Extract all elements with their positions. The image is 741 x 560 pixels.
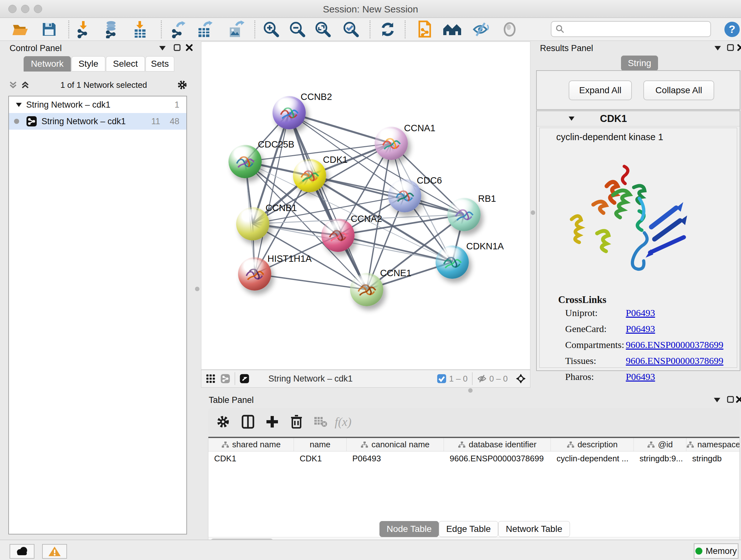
tree-expand-icon[interactable] [16,103,22,107]
close-panel-icon[interactable] [185,43,194,52]
help-button[interactable]: ? [722,20,741,39]
crosslink-value-link[interactable]: 9606.ENSP00000378699 [626,355,724,366]
protein-section-header[interactable]: CDK1 [537,111,740,126]
network-row-selected[interactable]: String Network – cdk1 11 48 [9,113,186,130]
collapse-panel-icon[interactable] [158,44,167,53]
collapse-panel-icon[interactable] [713,44,723,53]
section-expand-icon[interactable] [569,117,575,121]
table-cell[interactable]: stringdb:9... [634,451,686,465]
add-column-icon[interactable] [265,415,280,429]
column-header-canonical-name[interactable]: canonical name [347,438,444,451]
table-cell[interactable]: 9606.ENSP00000378699 [444,451,551,465]
network-collection-row[interactable]: String Network – cdk1 1 [9,97,186,113]
show-hidden-button[interactable] [499,20,520,39]
table-settings-gear-icon[interactable] [216,415,230,429]
network-view-canvas[interactable]: CCNB2CCNA1CDC25BCDK1CDC6RB1CCNB1CCNA2CDK… [201,42,530,370]
search-input[interactable] [565,24,702,34]
column-header-namespace[interactable]: namespace [686,438,740,451]
table-row[interactable]: CDK1CDK1P064939606.ENSP00000378699cyclin… [208,451,740,465]
warning-button[interactable] [42,544,67,559]
open-session-button[interactable] [10,20,30,39]
tab-network-table[interactable]: Network Table [498,521,570,537]
export-table-button[interactable] [195,20,215,39]
network-node-RB1[interactable] [448,198,481,231]
string-view-icon[interactable] [220,374,230,383]
column-header-name[interactable]: name [294,438,347,451]
float-panel-icon[interactable] [172,43,182,52]
float-panel-icon[interactable] [726,43,735,52]
crosslink-value-link[interactable]: P06493 [626,307,655,318]
network-node-HIST1H1A[interactable] [238,257,271,291]
export-network-button[interactable] [169,20,189,39]
table-cell[interactable]: CDK1 [208,451,294,465]
expand-all-button[interactable]: Expand All [569,80,632,100]
float-panel-icon[interactable] [726,395,735,404]
network-node-CCNE1[interactable] [350,273,383,306]
search-field[interactable] [551,21,711,37]
crosslink-value-link[interactable]: P06493 [626,371,655,382]
crosslink-value-link[interactable]: P06493 [626,323,655,334]
horizontal-splitter-handle[interactable] [468,388,473,393]
refresh-layout-button[interactable] [378,20,398,39]
column-header-database-identifier[interactable]: database identifier [444,438,551,451]
column-label: database identifier [469,440,536,449]
tab-select[interactable]: Select [106,56,145,71]
save-session-button[interactable] [39,20,59,39]
left-splitter-handle[interactable] [195,287,199,291]
close-panel-icon[interactable] [736,43,741,52]
table-cell[interactable]: cyclin-dependent ... [551,451,634,465]
crosslink-value-link[interactable]: 9606.ENSP00000378699 [626,339,724,350]
network-node-CCNA2[interactable] [321,219,354,252]
new-network-document-button[interactable] [414,20,434,39]
selected-checkbox-icon[interactable] [437,374,447,383]
network-node-CCNA1[interactable] [375,127,408,160]
cloud-button[interactable] [10,544,35,559]
edge-CCNA2-CDKN1A[interactable] [338,235,452,262]
zoom-in-button[interactable] [261,20,281,39]
collapse-all-button[interactable]: Collapse All [643,80,714,100]
tab-node-table[interactable]: Node Table [380,521,439,537]
tab-sets[interactable]: Sets [145,56,174,71]
network-node-CDKN1A[interactable] [435,246,469,279]
birdseye-view-icon[interactable] [240,374,249,383]
network-options-gear-icon[interactable] [178,80,187,90]
zoom-selected-button[interactable] [341,20,361,39]
collapse-panel-icon[interactable] [712,395,722,405]
hide-selected-button[interactable] [471,20,491,39]
right-splitter-handle[interactable] [531,210,535,215]
table-cell[interactable]: P06493 [347,451,444,465]
tab-string[interactable]: String [621,56,658,71]
zoom-fit-button[interactable] [313,20,333,39]
memory-button[interactable]: Memory [694,543,738,559]
zoom-out-button[interactable] [287,20,308,39]
import-network-file-button[interactable] [74,20,94,39]
import-table-button[interactable] [130,20,151,39]
delete-column-icon[interactable] [289,415,304,429]
column-label: shared name [232,440,281,449]
column-header--id[interactable]: @id [634,438,686,451]
network-node-CDC6[interactable] [388,179,421,212]
column-header-description[interactable]: description [551,438,634,451]
hidden-counts: 0 – 0 [489,374,508,384]
close-panel-icon[interactable] [735,395,741,404]
export-image-button[interactable] [226,20,247,39]
edge-CCNB2-HIST1H1A[interactable] [255,113,289,274]
table-cell[interactable]: CDK1 [294,451,347,465]
toggle-columns-icon[interactable] [241,415,255,429]
collapse-all-networks-icon[interactable] [8,80,18,90]
hidden-eye-slash-icon[interactable] [477,374,487,383]
protein-description: cyclin-dependent kinase 1 [540,128,737,142]
column-header-shared-name[interactable]: shared name [208,438,294,451]
network-node-CCNB1[interactable] [236,207,269,240]
network-node-CDK1[interactable] [293,159,326,192]
import-network-database-button[interactable] [102,20,122,39]
table-cell[interactable]: stringdb [686,451,740,465]
tab-edge-table[interactable]: Edge Table [439,521,498,537]
expand-all-networks-icon[interactable] [20,80,30,90]
fit-content-crosshair-icon[interactable] [516,374,526,383]
grid-view-icon[interactable] [206,374,215,383]
network-node-CDC25B[interactable] [228,145,262,178]
tab-style[interactable]: Style [71,56,105,71]
tab-network[interactable]: Network [23,56,71,71]
home-view-button[interactable] [442,20,462,39]
